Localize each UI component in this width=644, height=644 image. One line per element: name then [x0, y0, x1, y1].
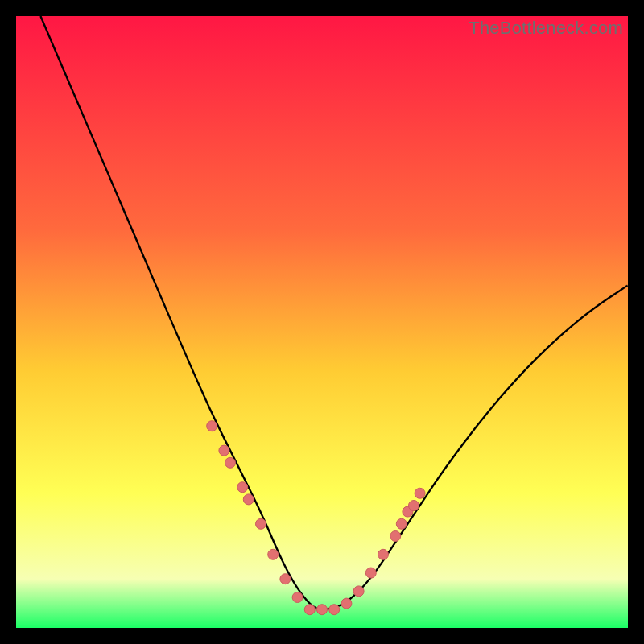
data-marker	[409, 501, 419, 511]
chart-frame: TheBottleneck.com	[16, 16, 628, 628]
data-marker	[317, 605, 328, 615]
data-marker	[396, 518, 407, 529]
data-marker	[353, 586, 364, 597]
gradient-background	[16, 16, 628, 628]
data-marker	[292, 592, 303, 603]
watermark-text: TheBottleneck.com	[469, 18, 623, 39]
data-marker	[390, 531, 401, 542]
data-marker	[280, 574, 291, 584]
data-marker	[243, 494, 254, 505]
data-marker	[304, 605, 315, 615]
data-marker	[415, 488, 425, 498]
data-marker	[237, 482, 248, 493]
data-marker	[378, 549, 389, 559]
data-marker	[365, 568, 376, 578]
data-marker	[256, 518, 266, 529]
data-marker	[341, 598, 352, 609]
data-marker	[268, 549, 279, 559]
bottleneck-chart	[16, 16, 628, 628]
data-marker	[207, 421, 217, 431]
data-marker	[219, 445, 229, 456]
data-marker	[329, 605, 340, 615]
data-marker	[225, 457, 236, 468]
